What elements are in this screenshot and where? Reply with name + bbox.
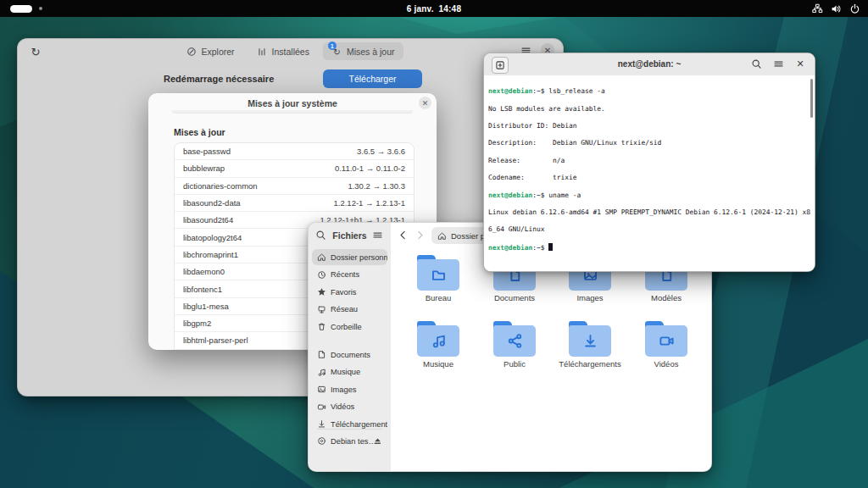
sidebar-item-label: Vidéos xyxy=(331,402,354,411)
folder-bureau[interactable]: Bureau xyxy=(404,255,472,302)
share-emblem-icon xyxy=(493,325,536,357)
sidebar-item-label: Musique xyxy=(331,368,360,376)
restart-required-label: Redémarrage nécessaire xyxy=(164,74,274,84)
refresh-icon: ↻ xyxy=(31,46,41,58)
clock-icon xyxy=(317,270,326,280)
folder-telechargements[interactable]: Téléchargements xyxy=(556,321,624,369)
terminal-line: Distributor ID: Debian xyxy=(488,122,815,130)
terminal-line: No LSB modules are available. xyxy=(488,105,815,114)
package-name: libasound2t64 xyxy=(183,215,233,225)
package-name: libdaemon0 xyxy=(183,267,225,276)
terminal-scrollbar[interactable] xyxy=(810,79,813,118)
dialog-title: Mises à jour système xyxy=(148,98,437,108)
terminal-window-controls: ✕ xyxy=(748,56,808,71)
terminal-line: Release: n/a xyxy=(488,157,815,165)
updates-badge: 1 xyxy=(328,42,337,50)
package-version: 0.11.0-1 → 0.11.0-2 xyxy=(335,164,405,173)
folder-public[interactable]: Public xyxy=(481,321,548,369)
tab-updates-label: Mises à jour xyxy=(347,47,395,57)
desktop: ↻ Explorer Installées ↻ 1 xyxy=(0,0,868,488)
files-menu-button[interactable] xyxy=(372,230,384,241)
network-wired-icon xyxy=(812,3,823,14)
sidebar-item-recent[interactable]: Récents xyxy=(312,267,387,283)
terminal-line: Description: Debian GNU/Linux trixie/sid xyxy=(488,139,815,147)
folder-label: Bureau xyxy=(404,293,472,302)
terminal-menu-button[interactable] xyxy=(771,56,786,71)
terminal-output[interactable]: next@debian:~$ lsb_release -a No LSB mod… xyxy=(484,75,815,271)
sidebar-item-network[interactable]: Réseau xyxy=(312,302,387,318)
software-tabs: Explorer Installées ↻ 1 Mises à jour xyxy=(177,42,403,60)
sidebar-item-music[interactable]: Musique xyxy=(312,364,387,380)
command-text: uname -a xyxy=(548,191,581,199)
tab-explorer[interactable]: Explorer xyxy=(177,42,242,60)
compass-icon xyxy=(186,46,197,57)
sidebar-item-pictures[interactable]: Images xyxy=(312,381,387,397)
folder-icon xyxy=(569,321,611,357)
package-version: 3.6.5 → 3.6.6 xyxy=(357,147,405,156)
network-icon xyxy=(317,305,326,314)
folder-label: Public xyxy=(481,359,548,369)
sidebar-item-label: Favoris xyxy=(331,288,356,297)
sidebar-item-label: Téléchargements xyxy=(331,420,387,429)
terminal-close-button[interactable]: ✕ xyxy=(793,56,808,71)
folder-label: Images xyxy=(556,293,624,302)
prompt-user: next@debian xyxy=(488,191,532,199)
terminal-line: next@debian:~$ uname -a xyxy=(488,191,815,200)
tab-explorer-label: Explorer xyxy=(201,47,234,57)
sidebar-item-videos[interactable]: Vidéos xyxy=(312,399,387,415)
command-text: lsb_release -a xyxy=(548,87,605,95)
download-emblem-icon xyxy=(569,325,611,357)
refresh-button[interactable]: ↻ xyxy=(28,44,43,59)
star-icon xyxy=(317,287,326,297)
sidebar-item-starred[interactable]: Favoris xyxy=(312,284,387,300)
tab-installed[interactable]: Installées xyxy=(248,42,318,60)
prompt-user: next@debian xyxy=(488,87,532,95)
video-emblem-icon xyxy=(645,325,687,357)
folder-icon xyxy=(417,255,459,291)
forward-button[interactable] xyxy=(415,230,426,241)
sidebar-item-label: Documents xyxy=(331,351,370,359)
sidebar-item-home[interactable]: Dossier personnel xyxy=(312,249,387,265)
package-version: 1.2.12-1 → 1.2.13-1 xyxy=(334,198,406,208)
sidebar-item-label: Réseau xyxy=(331,305,358,313)
home-icon xyxy=(437,231,447,241)
home-icon xyxy=(317,252,326,262)
package-name: libatopology2t64 xyxy=(183,233,242,242)
folder-label: Musique xyxy=(404,359,472,369)
prompt-user: next@debian xyxy=(488,243,532,251)
system-status-area[interactable] xyxy=(812,0,860,17)
music-icon xyxy=(317,368,326,377)
sidebar-item-label: Corbeille xyxy=(331,323,362,331)
package-name: bubblewrap xyxy=(183,164,225,173)
table-row[interactable]: bubblewrap0.11.0-1 → 0.11.0-2 xyxy=(175,160,414,177)
tab-updates[interactable]: ↻ 1 Mises à jour xyxy=(323,42,403,60)
sidebar-item-documents[interactable]: Documents xyxy=(312,347,387,363)
package-name: libasound2-data xyxy=(183,198,241,208)
table-row[interactable]: libasound2-data1.2.12-1 → 1.2.13-1 xyxy=(175,195,414,212)
installed-icon xyxy=(257,46,268,57)
sidebar-item-trash[interactable]: Corbeille xyxy=(312,319,387,335)
document-icon xyxy=(317,350,326,359)
download-button[interactable]: Télécharger xyxy=(323,69,422,88)
clock[interactable]: 6 janv. 14:48 xyxy=(0,4,868,14)
sidebar-item-debian-volume[interactable]: Debian tes… xyxy=(312,433,387,449)
folder-videos[interactable]: Vidéos xyxy=(632,321,700,369)
scrolled-card-edge xyxy=(172,110,413,113)
sidebar-item-label: Récents xyxy=(331,270,359,279)
terminal-window: next@debian: ~ ✕ next@debian:~$ lsb_rele… xyxy=(483,53,815,272)
package-version: 1.30.2 → 1.30.3 xyxy=(348,181,405,191)
sidebar-item-label: Debian tes… xyxy=(331,437,376,446)
sidebar-item-downloads[interactable]: Téléchargements xyxy=(312,416,387,432)
back-button[interactable] xyxy=(398,230,409,241)
package-name: libchromaprint1 xyxy=(183,250,238,259)
table-row[interactable]: dictionaries-common1.30.2 → 1.30.3 xyxy=(175,178,414,195)
terminal-search-button[interactable] xyxy=(748,56,764,71)
eject-button[interactable] xyxy=(373,436,382,446)
terminal-line: next@debian:~$ xyxy=(488,243,815,252)
software-headerbar: ↻ Explorer Installées ↻ 1 xyxy=(18,39,563,64)
terminal-line: next@debian:~$ lsb_release -a xyxy=(488,87,815,96)
dialog-close-button[interactable]: ✕ xyxy=(419,97,431,109)
folder-musique[interactable]: Musique xyxy=(404,321,472,369)
package-name: libgpm2 xyxy=(183,319,211,328)
table-row[interactable]: base-passwd3.6.5 → 3.6.6 xyxy=(175,143,414,160)
